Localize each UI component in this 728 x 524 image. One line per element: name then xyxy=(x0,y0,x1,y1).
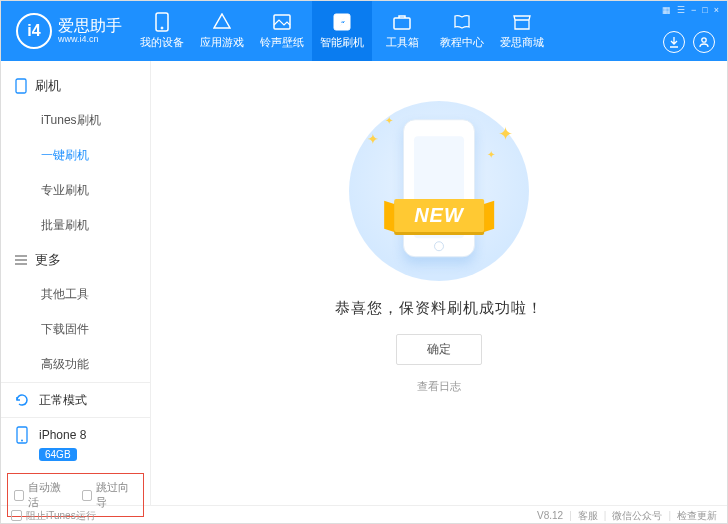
block-itunes-checkbox[interactable]: 阻止iTunes运行 xyxy=(11,509,96,523)
checkbox-label: 阻止iTunes运行 xyxy=(26,509,96,523)
menu-button[interactable]: ☰ xyxy=(677,5,685,15)
svg-point-5 xyxy=(702,38,706,42)
svg-rect-4 xyxy=(394,18,410,29)
sparkle-icon: ✦ xyxy=(385,115,393,126)
version-label: V8.12 xyxy=(537,510,563,521)
checkbox-label: 自动激活 xyxy=(28,480,69,510)
success-illustration: ✦ ✦ ✦ ✦ NEW xyxy=(349,101,529,281)
main-nav: 我的设备 应用游戏 铃声壁纸 智能刷机 工具箱 教程中心 爱思商城 xyxy=(132,1,552,61)
wallpaper-icon xyxy=(272,12,292,32)
ok-button[interactable]: 确定 xyxy=(396,334,482,365)
sidebar-item-advanced[interactable]: 高级功能 xyxy=(1,347,150,382)
nav-my-devices[interactable]: 我的设备 xyxy=(132,1,192,61)
device-name: iPhone 8 xyxy=(39,428,86,442)
nav-label: 我的设备 xyxy=(140,35,184,50)
skip-guide-checkbox[interactable]: 跳过向导 xyxy=(82,480,138,510)
checkbox-icon xyxy=(14,490,24,501)
device-icon xyxy=(13,426,31,444)
auto-activate-checkbox[interactable]: 自动激活 xyxy=(14,480,70,510)
nav-ringtones[interactable]: 铃声壁纸 xyxy=(252,1,312,61)
close-button[interactable]: × xyxy=(714,5,719,15)
phone-small-icon xyxy=(15,78,29,94)
logo-icon: i4 xyxy=(16,13,52,49)
sidebar-group-label: 更多 xyxy=(35,251,61,269)
nav-toolbox[interactable]: 工具箱 xyxy=(372,1,432,61)
sidebar-item-other-tools[interactable]: 其他工具 xyxy=(1,277,150,312)
phone-icon xyxy=(152,12,172,32)
apps-icon xyxy=(212,12,232,32)
nav-label: 应用游戏 xyxy=(200,35,244,50)
skin-button[interactable]: ▦ xyxy=(662,5,671,15)
sidebar-item-itunes-flash[interactable]: iTunes刷机 xyxy=(1,103,150,138)
view-log-link[interactable]: 查看日志 xyxy=(417,379,461,394)
mode-label: 正常模式 xyxy=(39,392,87,409)
nav-label: 智能刷机 xyxy=(320,35,364,50)
toolbox-icon xyxy=(392,12,412,32)
svg-point-8 xyxy=(21,440,23,442)
phone-illustration xyxy=(403,119,475,257)
sidebar-group-label: 刷机 xyxy=(35,77,61,95)
check-update-link[interactable]: 检查更新 xyxy=(677,509,717,523)
checkbox-icon xyxy=(11,510,22,521)
sparkle-icon: ✦ xyxy=(487,149,495,160)
wechat-link[interactable]: 微信公众号 xyxy=(612,509,662,523)
sidebar-item-pro-flash[interactable]: 专业刷机 xyxy=(1,173,150,208)
app-subtitle: www.i4.cn xyxy=(58,35,122,45)
nav-label: 工具箱 xyxy=(386,35,419,50)
refresh-icon xyxy=(13,391,31,409)
device-mode[interactable]: 正常模式 xyxy=(1,383,150,417)
svg-point-1 xyxy=(161,27,163,29)
nav-smart-flash[interactable]: 智能刷机 xyxy=(312,1,372,61)
nav-label: 爱思商城 xyxy=(500,35,544,50)
minimize-button[interactable]: − xyxy=(691,5,696,15)
new-ribbon: NEW xyxy=(394,199,484,232)
success-message: 恭喜您，保资料刷机成功啦！ xyxy=(335,299,543,318)
nav-store[interactable]: 爱思商城 xyxy=(492,1,552,61)
store-icon xyxy=(512,12,532,32)
sidebar-item-oneclick-flash[interactable]: 一键刷机 xyxy=(1,138,150,173)
maximize-button[interactable]: □ xyxy=(702,5,707,15)
svg-rect-6 xyxy=(16,79,26,93)
checkbox-icon xyxy=(82,490,92,501)
sidebar: 刷机 iTunes刷机 一键刷机 专业刷机 批量刷机 更多 其他工具 下载固件 … xyxy=(1,61,151,505)
nav-apps[interactable]: 应用游戏 xyxy=(192,1,252,61)
nav-label: 教程中心 xyxy=(440,35,484,50)
logo[interactable]: i4 爱思助手 www.i4.cn xyxy=(1,13,132,49)
sidebar-item-batch-flash[interactable]: 批量刷机 xyxy=(1,208,150,243)
nav-label: 铃声壁纸 xyxy=(260,35,304,50)
flash-icon xyxy=(332,12,352,32)
checkbox-label: 跳过向导 xyxy=(96,480,137,510)
title-bar: i4 爱思助手 www.i4.cn 我的设备 应用游戏 铃声壁纸 智能刷机 工具… xyxy=(1,1,727,61)
book-icon xyxy=(452,12,472,32)
nav-tutorials[interactable]: 教程中心 xyxy=(432,1,492,61)
sidebar-group-flash[interactable]: 刷机 xyxy=(1,69,150,103)
sparkle-icon: ✦ xyxy=(498,123,513,145)
support-link[interactable]: 客服 xyxy=(578,509,598,523)
content-area: ✦ ✦ ✦ ✦ NEW 恭喜您，保资料刷机成功啦！ 确定 查看日志 xyxy=(151,61,727,505)
user-button[interactable] xyxy=(693,31,715,53)
download-button[interactable] xyxy=(663,31,685,53)
list-icon xyxy=(15,255,29,265)
device-info[interactable]: iPhone 8 64GB xyxy=(1,417,150,469)
sidebar-item-download-firmware[interactable]: 下载固件 xyxy=(1,312,150,347)
storage-badge: 64GB xyxy=(39,448,77,461)
window-controls: ▦ ☰ − □ × xyxy=(662,5,719,15)
sparkle-icon: ✦ xyxy=(367,131,379,147)
sidebar-group-more[interactable]: 更多 xyxy=(1,243,150,277)
app-title: 爱思助手 xyxy=(58,17,122,35)
